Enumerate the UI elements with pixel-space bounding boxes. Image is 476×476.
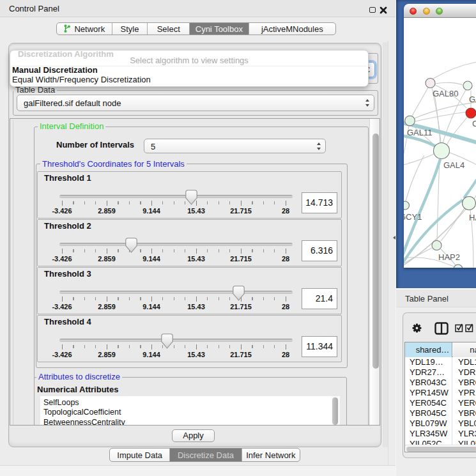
svg-text:GAL4: GAL4 (443, 160, 464, 170)
svg-text:HAP2: HAP2 (438, 252, 460, 262)
svg-text:GA: GA (469, 95, 476, 104)
svg-text:CD: CD (472, 119, 476, 128)
svg-text:HA: HA (469, 213, 476, 222)
svg-text:GAL11: GAL11 (407, 128, 433, 137)
svg-text:GAL80: GAL80 (433, 89, 458, 98)
svg-text:GCY1: GCY1 (404, 212, 422, 222)
